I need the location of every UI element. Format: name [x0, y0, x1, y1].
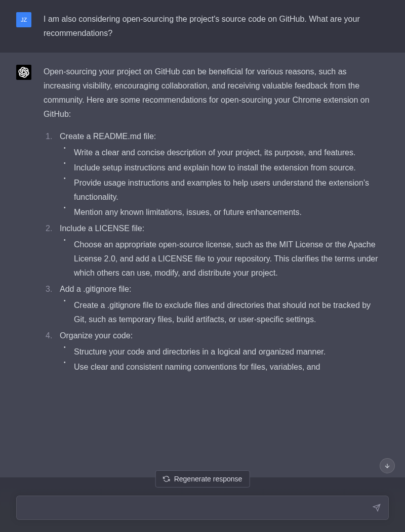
recommendations-list: Create a README.md file:Write a clear an…: [46, 129, 379, 374]
list-item: Create a README.md file:Write a clear an…: [46, 129, 379, 219]
assistant-avatar: [16, 65, 31, 80]
regenerate-button[interactable]: Regenerate response: [155, 470, 250, 487]
scroll-down-button[interactable]: [380, 458, 395, 473]
input-area: [0, 485, 405, 532]
openai-logo-icon: [18, 67, 29, 78]
list-item: Organize your code:Structure your code a…: [46, 329, 379, 374]
regenerate-label: Regenerate response: [174, 475, 242, 483]
bullet-item: Include setup instructions and explain h…: [62, 161, 379, 175]
user-message: JZ I am also considering open-sourcing t…: [0, 0, 405, 53]
list-item-title: Organize your code:: [60, 331, 133, 340]
list-item-title: Create a README.md file:: [60, 132, 156, 141]
send-icon: [373, 504, 381, 512]
assistant-intro: Open-sourcing your project on GitHub can…: [44, 65, 379, 121]
message-input[interactable]: [16, 496, 389, 520]
arrow-down-icon: [384, 462, 391, 469]
bullet-item: Choose an appropriate open-source licens…: [62, 238, 379, 280]
list-item: Add a .gitignore file:Create a .gitignor…: [46, 282, 379, 327]
list-item: Include a LICENSE file:Choose an appropr…: [46, 221, 379, 280]
user-message-text: I am also considering open-sourcing the …: [44, 12, 389, 40]
assistant-message-content: Open-sourcing your project on GitHub can…: [44, 65, 389, 376]
bullet-list: Structure your code and directories in a…: [62, 345, 379, 374]
bullet-list: Choose an appropriate open-source licens…: [62, 238, 379, 280]
bullet-item: Write a clear and concise description of…: [62, 146, 379, 160]
send-button[interactable]: [371, 502, 383, 514]
bullet-item: Create a .gitignore file to exclude file…: [62, 298, 379, 327]
bullet-item: Mention any known limitations, issues, o…: [62, 205, 379, 219]
bullet-list: Write a clear and concise description of…: [62, 146, 379, 219]
bullet-item: Provide usage instructions and examples …: [62, 176, 379, 204]
bullet-item: Use clear and consistent naming conventi…: [62, 360, 379, 374]
list-item-title: Include a LICENSE file:: [60, 224, 144, 233]
bullet-item: Structure your code and directories in a…: [62, 345, 379, 359]
list-item-title: Add a .gitignore file:: [60, 285, 131, 293]
assistant-message: Open-sourcing your project on GitHub can…: [0, 53, 405, 477]
refresh-icon: [163, 475, 170, 482]
user-avatar: JZ: [16, 12, 31, 27]
bullet-list: Create a .gitignore file to exclude file…: [62, 298, 379, 327]
